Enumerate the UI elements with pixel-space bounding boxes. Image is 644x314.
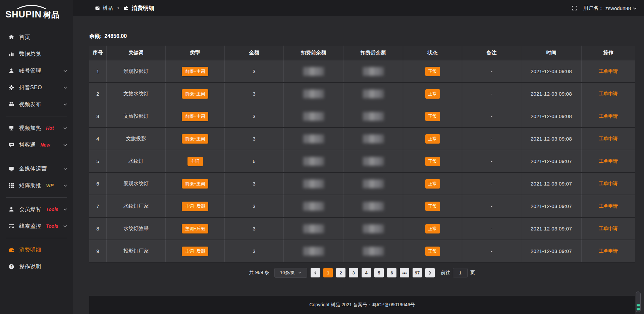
page-button-6[interactable]: 6 [387, 268, 396, 277]
balance-before-cell [284, 218, 343, 240]
work-order-link[interactable]: 工单申请 [599, 136, 618, 142]
logo-text-cn: 树品 [43, 10, 59, 19]
sidebar-item-data-overview[interactable]: 数据总览 [0, 46, 73, 62]
status-cell: 正常 [403, 218, 462, 240]
floating-widget[interactable] [636, 292, 641, 312]
more-pages-button[interactable]: ••• [400, 268, 409, 277]
action-cell: 工单申请 [582, 60, 635, 82]
type-cell: 主词 [166, 150, 225, 172]
row-index: 6 [89, 173, 107, 195]
page-size-select[interactable]: 10条/页 [274, 268, 307, 278]
page-button-1[interactable]: 1 [323, 268, 333, 277]
type-cell: 主词+后缀 [166, 218, 225, 240]
type-cell: 前缀+主词 [166, 173, 225, 195]
page-button-2[interactable]: 2 [336, 268, 345, 277]
sidebar-item-label: 视频加热 [19, 125, 41, 132]
balance-before-cell [284, 195, 343, 217]
page-button-5[interactable]: 5 [374, 268, 384, 277]
pagination-total: 共 969 条 [249, 270, 269, 276]
sidebar-item-clue-monitor[interactable]: 线索监控 Tools [0, 218, 73, 234]
page-button-3[interactable]: 3 [349, 268, 358, 277]
chevron-down-icon [633, 7, 637, 10]
balance-after-cell [343, 218, 403, 240]
table-row: 6 景观水纹灯 前缀+主词 3 正常 - 2021-12-03 09:07 工单… [89, 173, 635, 195]
blurred-balance-before [303, 202, 324, 211]
table-row: 8 水纹灯效果 主词+后缀 3 正常 - 2021-12-03 09:07 工单… [89, 218, 635, 240]
row-index: 2 [89, 83, 107, 105]
goto-page-input[interactable] [453, 268, 468, 277]
status-badge: 正常 [425, 157, 440, 166]
work-order-link[interactable]: 工单申请 [599, 113, 618, 119]
remark-cell: - [462, 105, 521, 127]
row-index: 5 [89, 150, 107, 172]
remark-cell: - [462, 173, 521, 195]
sidebar-item-video-heating[interactable]: 视频加热 Hot [0, 120, 73, 137]
work-order-link[interactable]: 工单申请 [599, 181, 618, 187]
time-cell: 2021-12-03 09:07 [521, 150, 582, 172]
column-header: 时间 [521, 46, 582, 60]
main-column: 树品 > 消费明细 用户名：zswodun88 余额:24856.00 [73, 0, 644, 314]
work-order-link[interactable]: 工单申请 [599, 158, 618, 164]
sidebar-item-instructions[interactable]: ? 操作说明 [0, 258, 73, 275]
type-badge: 主词 [187, 157, 203, 166]
monitor-icon [8, 166, 14, 172]
sidebar-item-home[interactable]: 首页 [0, 29, 73, 46]
work-order-link[interactable]: 工单申请 [599, 91, 618, 97]
topbar-right: 用户名：zswodun88 [572, 5, 637, 11]
sidebar-item-douketong[interactable]: 抖客通 New [0, 137, 73, 153]
balance-before-cell [284, 240, 343, 262]
keyword-cell: 文旅投影 [107, 128, 166, 150]
sidebar-item-account-management[interactable]: 账号管理 [0, 62, 73, 79]
blurred-balance-after [363, 157, 384, 166]
topbar: 树品 > 消费明细 用户名：zswodun88 [73, 0, 644, 16]
amount-cell: 3 [225, 195, 284, 217]
keyword-cell: 水纹灯 [107, 150, 166, 172]
prev-page-button[interactable] [311, 268, 320, 277]
work-order-link[interactable]: 工单申请 [599, 68, 618, 74]
type-badge: 主词+后缀 [182, 224, 209, 233]
row-index: 4 [89, 128, 107, 150]
pagination: 共 969 条 10条/页 1 2 3 4 5 6 ••• 97 [89, 268, 635, 278]
balance-after-cell [343, 195, 403, 217]
time-cell: 2021-12-03 09:07 [521, 218, 582, 240]
chevron-down-icon [63, 87, 67, 89]
sidebar-item-all-media[interactable]: 全媒体运营 [0, 160, 73, 177]
sidebar-item-douyin-seo[interactable]: 抖音SEO [0, 79, 73, 96]
work-order-link[interactable]: 工单申请 [599, 203, 618, 209]
column-header: 类型 [166, 46, 225, 60]
page-button-4[interactable]: 4 [362, 268, 371, 277]
action-cell: 工单申请 [582, 218, 635, 240]
status-badge: 正常 [425, 89, 440, 99]
breadcrumb: 树品 > 消费明细 [95, 4, 154, 12]
next-page-button[interactable] [425, 268, 435, 277]
sidebar-item-matrix-boost[interactable]: 矩阵助推 VIP [0, 177, 73, 194]
sidebar-divider [6, 197, 67, 198]
vip-badge: VIP [46, 183, 54, 188]
balance-after-cell [343, 60, 403, 82]
keyword-cell: 水纹灯效果 [107, 218, 166, 240]
fullscreen-icon[interactable] [572, 5, 577, 11]
time-cell: 2021-12-03 09:07 [521, 173, 582, 195]
page-button-97[interactable]: 97 [413, 268, 422, 277]
page: SHUPIN树品 首页 数据总览 账号管理 [0, 0, 644, 314]
goto-suffix: 页 [470, 270, 475, 276]
blurred-balance-after [363, 135, 384, 143]
column-header: 金额 [225, 46, 284, 60]
remark-cell: - [462, 128, 521, 150]
breadcrumb-root[interactable]: 树品 [103, 5, 113, 11]
sidebar-item-member-burst[interactable]: 会员爆客 Tools [0, 201, 73, 218]
work-order-link[interactable]: 工单申请 [599, 248, 618, 254]
blurred-balance-before [303, 224, 324, 233]
table-row: 9 投影灯厂家 主词+后缀 3 正常 - 2021-12-03 09:07 工单… [89, 240, 635, 263]
user-menu[interactable]: 用户名：zswodun88 [583, 5, 637, 11]
sidebar-item-consumption-detail[interactable]: 消费明细 [0, 242, 73, 258]
video-camera-icon [8, 101, 14, 107]
balance-after-cell [343, 150, 403, 172]
breadcrumb-separator: > [117, 5, 119, 11]
work-order-link[interactable]: 工单申请 [599, 226, 618, 232]
tools-badge: Tools [46, 223, 58, 229]
column-header: 备注 [462, 46, 521, 60]
balance-before-cell [284, 60, 343, 82]
balance-before-cell [284, 173, 343, 195]
sidebar-item-video-publish[interactable]: 视频发布 [0, 96, 73, 113]
